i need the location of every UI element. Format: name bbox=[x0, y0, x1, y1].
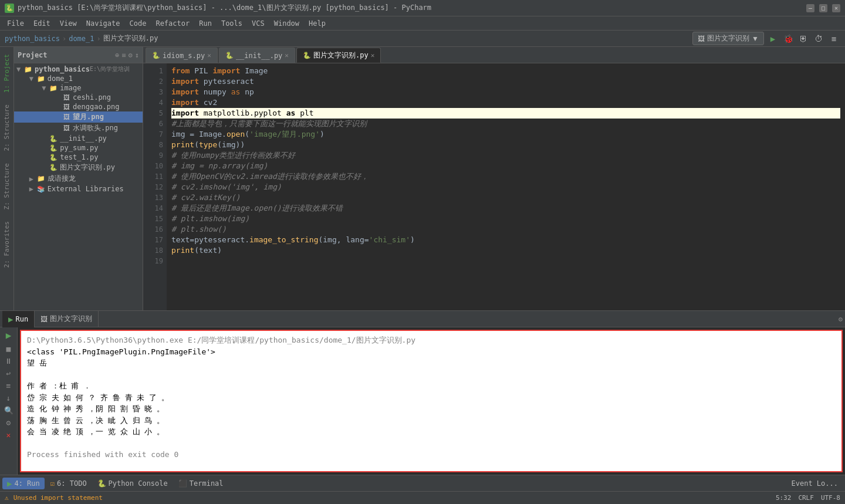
line-numbers: 12345678910111213141516171819 bbox=[143, 63, 167, 310]
code-line-8: print(type(img)) bbox=[171, 140, 840, 150]
run-error-button[interactable]: ✕ bbox=[6, 431, 11, 439]
run-filter-button[interactable]: 🔍 bbox=[4, 406, 13, 415]
tree-item-icon: 🖼 bbox=[62, 113, 71, 121]
debug-button[interactable]: 🐞 bbox=[782, 32, 795, 45]
menu-item-refactor[interactable]: Refactor bbox=[151, 16, 194, 30]
close-button[interactable]: ✕ bbox=[832, 4, 840, 12]
editor-tab-__init__-py[interactable]: 🐍__init__.py✕ bbox=[219, 48, 295, 63]
tree-item-label: denggao.png bbox=[73, 103, 119, 111]
more-actions-button[interactable]: ≡ bbox=[827, 32, 840, 45]
project-panel-toggle[interactable]: 1: Project bbox=[2, 49, 12, 97]
event-log-toolbar-button[interactable]: Event Lo... bbox=[787, 478, 843, 489]
tree-item-__init__-py[interactable]: 🐍__init__.py bbox=[14, 134, 143, 143]
line-number-8: 8 bbox=[143, 140, 163, 150]
panel-expand-icon[interactable]: ↕ bbox=[135, 51, 139, 59]
breadcrumb-bar: python_basics › dome_1 › 图片文字识别.py 🖼 图片文… bbox=[0, 31, 845, 47]
tree-arrow: ▶ bbox=[29, 185, 36, 193]
tree-item-test_1-py[interactable]: 🐍test_1.py bbox=[14, 153, 143, 162]
tree-item-label: py_sum.py bbox=[60, 144, 98, 152]
maximize-button[interactable]: □ bbox=[819, 4, 827, 12]
tree-item-External-Libraries[interactable]: ▶📚External Libraries bbox=[14, 184, 143, 194]
run-clear-button[interactable]: ≡ bbox=[6, 381, 11, 390]
breadcrumb-python-basics[interactable]: python_basics bbox=[5, 35, 60, 43]
line-number-19: 19 bbox=[143, 256, 163, 266]
tree-item-水调歌头-png[interactable]: 🖼水调歌头.png bbox=[14, 123, 143, 134]
menu-item-navigate[interactable]: Navigate bbox=[82, 16, 125, 30]
code-line-16: # plt.show() bbox=[171, 224, 840, 235]
run-rerun-button[interactable]: ↩ bbox=[6, 369, 11, 378]
line-number-10: 10 bbox=[143, 161, 163, 171]
tree-item-denggao-png[interactable]: 🖼denggao.png bbox=[14, 102, 143, 111]
run-settings-button[interactable]: ⚙ bbox=[6, 418, 11, 427]
menu-item-window[interactable]: Window bbox=[269, 16, 304, 30]
tree-item-dome_1[interactable]: ▼📁dome_1 bbox=[14, 74, 143, 83]
profile-button[interactable]: ⏱ bbox=[812, 32, 825, 45]
breadcrumb-sep-1: › bbox=[62, 35, 66, 43]
todo-toolbar-button[interactable]: ☑ 6: TODO bbox=[46, 478, 92, 489]
breadcrumb-dome1[interactable]: dome_1 bbox=[69, 35, 94, 43]
coverage-button[interactable]: ⛨ bbox=[797, 32, 810, 45]
run-tab-label: Run bbox=[15, 315, 28, 323]
run-stop-button[interactable]: ■ bbox=[6, 344, 11, 353]
tree-item-suffix: E:\尚学堂培训 bbox=[90, 65, 130, 73]
z-structure-toggle[interactable]: Z: Structure bbox=[2, 158, 12, 214]
code-line-4: import cv2 bbox=[171, 97, 840, 108]
run-button[interactable]: ▶ bbox=[766, 32, 779, 45]
panel-sync-icon[interactable]: ⊕ bbox=[115, 51, 119, 59]
run-pause-button[interactable]: ⏸ bbox=[5, 357, 12, 366]
menu-item-file[interactable]: File bbox=[2, 16, 29, 30]
output-line-7: 会 当 凌 绝 顶 ，一 览 众 山 小 。 bbox=[27, 426, 836, 438]
tree-item-py_sum-py[interactable]: 🐍py_sum.py bbox=[14, 143, 143, 153]
menu-item-vcs[interactable]: VCS bbox=[247, 16, 269, 30]
run-scroll-button[interactable]: ↓ bbox=[6, 394, 11, 402]
menu-item-code[interactable]: Code bbox=[125, 16, 151, 30]
minimize-button[interactable]: — bbox=[806, 4, 814, 12]
favorites-toggle[interactable]: 2: Favorites bbox=[2, 217, 12, 272]
event-log-label: Event Lo... bbox=[792, 479, 838, 488]
tree-item-icon: 🐍 bbox=[49, 153, 58, 161]
menu-item-tools[interactable]: Tools bbox=[217, 16, 247, 30]
panel-menu-icon[interactable]: ≡ bbox=[121, 51, 126, 59]
menu-item-view[interactable]: View bbox=[55, 16, 82, 30]
code-line-15: # plt.imshow(img) bbox=[171, 214, 840, 224]
structure-panel-toggle[interactable]: 2: Structure bbox=[2, 100, 12, 155]
run-tab[interactable]: ▶ Run bbox=[2, 311, 35, 327]
tree-item-成语接龙[interactable]: ▶📁成语接龙 bbox=[14, 173, 143, 184]
tab-close-button[interactable]: ✕ bbox=[371, 52, 375, 59]
terminal-toolbar-button[interactable]: ⬛ Terminal bbox=[174, 478, 228, 489]
run-console-output[interactable]: D:\Python3.6.5\Python36\python.exe E:/同学… bbox=[20, 330, 843, 472]
run-config-button[interactable]: 🖼 图片文字识别 ▼ bbox=[692, 32, 764, 45]
tree-item-望月-png[interactable]: 🖼望月.png bbox=[14, 111, 143, 123]
python-console-toolbar-button[interactable]: 🐍 Python Console bbox=[93, 478, 173, 489]
tree-item-image[interactable]: ▼📁image bbox=[14, 83, 143, 93]
tree-item-python_basics[interactable]: ▼📁python_basics E:\尚学堂培训 bbox=[14, 65, 143, 74]
tree-item-图片文字识别-py[interactable]: 🐍图片文字识别.py bbox=[14, 162, 143, 173]
panel-settings-icon[interactable]: ⚙ bbox=[129, 51, 133, 59]
app-icon: 🐍 bbox=[5, 4, 14, 13]
run-toolbar-button[interactable]: ▶ 4: Run bbox=[2, 478, 45, 489]
tree-arrow: ▼ bbox=[16, 65, 23, 73]
tab-close-button[interactable]: ✕ bbox=[207, 52, 211, 59]
bottom-panel-settings[interactable]: ⚙ bbox=[839, 315, 843, 323]
tree-item-icon: 🖼 bbox=[62, 93, 71, 102]
menu-item-run[interactable]: Run bbox=[194, 16, 217, 30]
tree-item-label: 成语接龙 bbox=[48, 174, 76, 184]
tree-item-ceshi-png[interactable]: 🖼ceshi.png bbox=[14, 93, 143, 102]
editor-tab-图片文字识别-py[interactable]: 🐍图片文字识别.py✕ bbox=[296, 48, 381, 63]
line-number-1: 1 bbox=[143, 66, 163, 76]
menu-item-help[interactable]: Help bbox=[304, 16, 330, 30]
code-content[interactable]: from PIL import Imageimport pytesseracti… bbox=[167, 63, 845, 310]
code-line-1: from PIL import Image bbox=[171, 66, 840, 76]
output-tab-icon: 🖼 bbox=[40, 315, 48, 323]
tab-close-button[interactable]: ✕ bbox=[285, 52, 289, 59]
run-play-button[interactable]: ▶ bbox=[6, 330, 12, 341]
code-line-13: # cv2.waitKey() bbox=[171, 192, 840, 203]
python-console-icon: 🐍 bbox=[97, 479, 106, 488]
breadcrumb-current-file[interactable]: 图片文字识别.py bbox=[103, 33, 158, 43]
tree-item-icon: 🐍 bbox=[49, 134, 58, 143]
line-number-15: 15 bbox=[143, 214, 163, 224]
run-config-label: 图片文字识别 bbox=[707, 33, 749, 43]
menu-item-edit[interactable]: Edit bbox=[29, 16, 55, 30]
output-tab[interactable]: 🖼 图片文字识别 bbox=[35, 311, 99, 327]
editor-tab-idiom_s-py[interactable]: 🐍idiom_s.py✕ bbox=[146, 48, 218, 63]
